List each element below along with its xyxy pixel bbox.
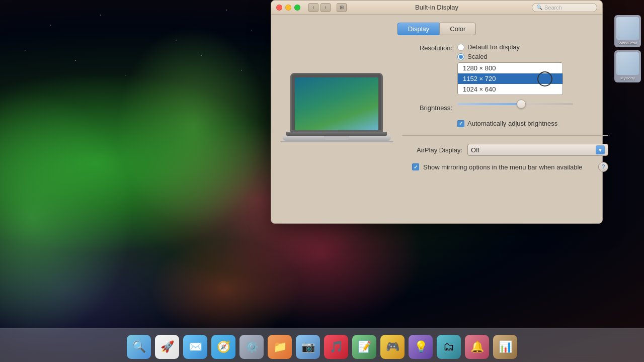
nav-buttons: ‹ › ⊞: [308, 3, 347, 12]
dock-launchpad-icon: 🚀: [155, 335, 179, 359]
dock-item-finder[interactable]: 🔍: [126, 334, 152, 360]
forward-button[interactable]: ›: [320, 3, 331, 12]
window-title: Built-in Display: [415, 4, 458, 11]
brightness-row: Brightness:: [402, 103, 608, 112]
airplay-value: Off: [471, 146, 479, 154]
radio-default-circle[interactable]: [457, 44, 464, 51]
minimize-button[interactable]: [285, 5, 291, 11]
resolution-options: Default for display Scaled 1280: [457, 43, 563, 95]
display-area: Resolution: Default for display: [281, 43, 592, 172]
side-panel-mybody-label: MyBody: [616, 76, 639, 80]
side-panel-mybody[interactable]: MyBody: [614, 50, 641, 82]
slider-track[interactable]: [457, 103, 573, 105]
dock-item-app1[interactable]: 📁: [267, 334, 293, 360]
airplay-dropdown[interactable]: Off ▼: [467, 144, 608, 156]
window-controls: [276, 5, 300, 11]
airplay-label: AirPlay Display:: [402, 146, 462, 154]
resolution-list[interactable]: 1280 × 800 1152 × 720 1024 × 640: [457, 62, 563, 95]
dropdown-arrow-icon: ▼: [596, 145, 605, 154]
airplay-section: AirPlay Display: Off ▼: [402, 144, 608, 156]
dock-item-app9[interactable]: 📊: [492, 334, 518, 360]
dock-app7-icon: 🗂: [437, 335, 461, 359]
dock: 🔍 🚀 ✉️ 🧭 ⚙️ 📁 📷 🎵 📝 🎮 💡 🗂 🔔 📊: [0, 328, 644, 362]
dock-item-app3[interactable]: 🎵: [323, 334, 349, 360]
dock-item-launchpad[interactable]: 🚀: [154, 334, 180, 360]
dock-prefs-icon: ⚙️: [239, 335, 264, 359]
auto-brightness-checkbox[interactable]: ✓: [457, 120, 464, 127]
help-button[interactable]: ?: [598, 162, 608, 172]
resolution-item-1024[interactable]: 1024 × 640: [458, 84, 562, 95]
mirror-checkbox[interactable]: ✓: [412, 163, 419, 170]
mirror-label: Show mirroring options in the menu bar w…: [423, 163, 583, 171]
dock-item-mail[interactable]: ✉️: [182, 334, 208, 360]
mirror-checkmark: ✓: [414, 164, 418, 170]
radio-default-label: Default for display: [467, 43, 520, 51]
auto-brightness-label: Automatically adjust brightness: [467, 120, 557, 127]
resolution-item-1152[interactable]: 1152 × 720: [458, 73, 562, 84]
search-bar[interactable]: 🔍 Search: [532, 3, 597, 12]
resolution-row: Resolution: Default for display: [402, 43, 608, 95]
dock-mail-icon: ✉️: [183, 335, 207, 359]
side-panels-container: WorkDesk MyBody: [611, 0, 644, 328]
laptop-preview: [281, 43, 392, 172]
dock-app5-icon: 🎮: [380, 335, 405, 359]
dock-item-prefs[interactable]: ⚙️: [238, 334, 265, 360]
radio-scaled-label: Scaled: [467, 53, 488, 60]
maximize-button[interactable]: [294, 5, 300, 11]
tab-color[interactable]: Color: [439, 23, 476, 35]
search-input[interactable]: Search: [544, 5, 562, 11]
slider-fill: [457, 103, 521, 105]
dock-app8-icon: 🔔: [465, 335, 489, 359]
resolution-label: Resolution:: [402, 43, 452, 52]
resolution-item-1280[interactable]: 1280 × 800: [458, 63, 562, 73]
radio-dot: [459, 55, 463, 59]
tabs-container: Display Color: [281, 23, 592, 35]
brightness-label: Brightness:: [402, 103, 452, 112]
dock-safari-icon: 🧭: [211, 335, 235, 359]
dock-app2-icon: 📷: [296, 335, 320, 359]
slider-thumb[interactable]: [517, 100, 526, 109]
grid-button[interactable]: ⊞: [337, 3, 347, 12]
search-icon: 🔍: [536, 5, 542, 10]
mirror-row: ✓ Show mirroring options in the menu bar…: [412, 162, 608, 172]
laptop-screen-inner: [295, 77, 378, 130]
laptop-bottom: [280, 141, 393, 142]
side-panel-workdesk[interactable]: WorkDesk: [614, 15, 641, 47]
dock-app1-icon: 📁: [268, 335, 292, 359]
brightness-slider-container[interactable]: [457, 103, 578, 105]
back-button[interactable]: ‹: [308, 3, 318, 12]
laptop-bezel-bottom: [286, 132, 387, 136]
dock-item-app6[interactable]: 💡: [408, 334, 434, 360]
radio-scaled-circle[interactable]: [457, 53, 464, 60]
dock-app9-icon: 📊: [493, 335, 517, 359]
laptop-notch: [324, 136, 349, 140]
radio-scaled[interactable]: Scaled: [457, 53, 563, 60]
dock-item-app2[interactable]: 📷: [295, 334, 321, 360]
auto-brightness-row: ✓ Automatically adjust brightness: [457, 120, 608, 127]
dock-item-safari[interactable]: 🧭: [210, 334, 236, 360]
dock-app4-icon: 📝: [352, 335, 376, 359]
tab-display[interactable]: Display: [397, 23, 440, 35]
radio-default[interactable]: Default for display: [457, 43, 563, 51]
side-panel-mybody-content: [616, 52, 639, 75]
window-title-bar: ‹ › ⊞ Built-in Display 🔍 Search: [271, 1, 602, 15]
dock-item-app4[interactable]: 📝: [351, 334, 377, 360]
laptop-body: [283, 136, 391, 141]
dock-app3-icon: 🎵: [324, 335, 348, 359]
divider: [402, 135, 608, 136]
side-panel-workdesk-label: WorkDesk: [616, 41, 639, 45]
settings-panel: Resolution: Default for display: [402, 43, 608, 172]
laptop-assembly: [280, 73, 393, 142]
radio-group: Default for display Scaled: [457, 43, 563, 60]
dock-item-app5[interactable]: 🎮: [379, 334, 406, 360]
checkbox-checkmark: ✓: [459, 121, 463, 126]
dock-item-app8[interactable]: 🔔: [464, 334, 490, 360]
brightness-section: [457, 103, 578, 105]
close-button[interactable]: [276, 5, 282, 11]
dock-item-app7[interactable]: 🗂: [436, 334, 462, 360]
side-panel-workdesk-content: [616, 17, 639, 40]
window-content: Display Color: [271, 15, 602, 180]
laptop-screen-border: [290, 73, 383, 132]
dock-app6-icon: 💡: [409, 335, 433, 359]
dock-finder-icon: 🔍: [127, 335, 151, 359]
